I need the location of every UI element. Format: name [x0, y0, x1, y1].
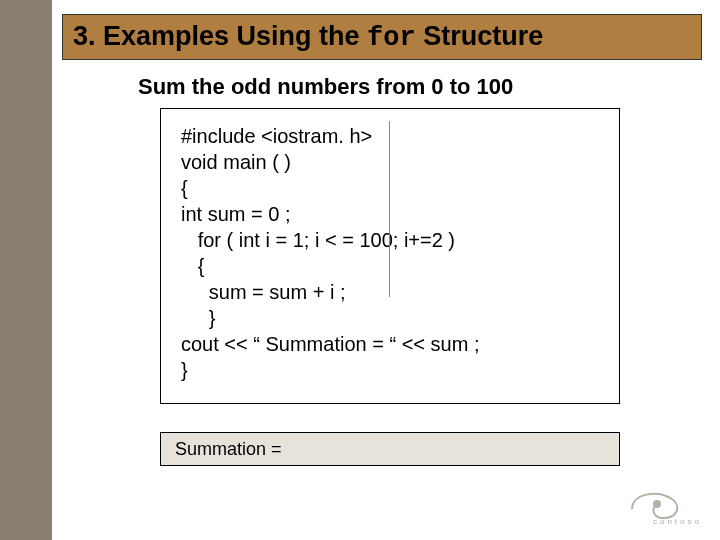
slide-title-band: 3. Examples Using the for Structure	[62, 14, 702, 60]
title-prefix: 3. Examples Using the	[73, 21, 367, 51]
code-box: #include <iostram. h> void main ( ) { in…	[160, 108, 620, 404]
footer-logo: contoso	[612, 480, 702, 528]
svg-point-0	[653, 500, 661, 508]
code-content: #include <iostram. h> void main ( ) { in…	[181, 125, 479, 381]
title-suffix: Structure	[416, 21, 544, 51]
code-divider-line	[389, 121, 390, 297]
title-mono-keyword: for	[367, 23, 416, 53]
output-label: Summation =	[175, 439, 282, 460]
slide-title: 3. Examples Using the for Structure	[73, 21, 543, 53]
slide-body: 3. Examples Using the for Structure Sum …	[52, 0, 720, 540]
left-accent-stripe	[0, 0, 52, 540]
slide-subtitle: Sum the odd numbers from 0 to 100	[138, 74, 513, 100]
output-box: Summation =	[160, 432, 620, 466]
logo-brand-text: contoso	[653, 517, 702, 526]
